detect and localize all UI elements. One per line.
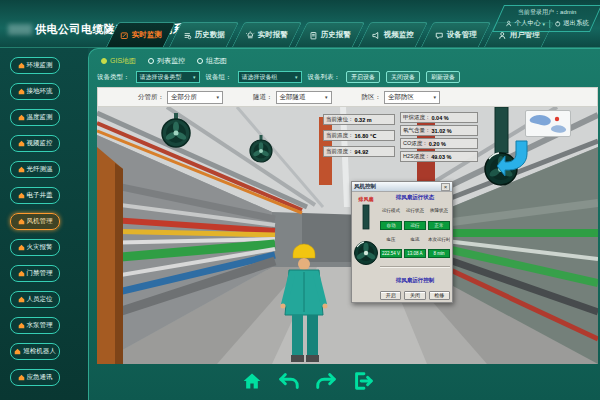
chevron-down-icon: ▾	[295, 74, 298, 80]
sidebar-item-access-control[interactable]: 门禁管理	[10, 265, 60, 282]
fan-start-button[interactable]: 开启	[380, 291, 401, 300]
home-icon	[18, 114, 25, 122]
run-mode-value: 自动	[380, 221, 402, 230]
tab-label: 实时报警	[258, 30, 288, 40]
close-device-button[interactable]: 关闭设备	[386, 71, 420, 83]
home-icon	[18, 166, 25, 174]
home-icon	[14, 348, 21, 356]
redacted-company-prefix	[8, 24, 32, 35]
branch-label: 分管所：	[138, 93, 164, 102]
chevron-down-icon: ▾	[542, 21, 545, 27]
sidebar-item-manhole-cover[interactable]: 电子井盖	[10, 187, 60, 204]
sidebar-item-ground-current[interactable]: 接地环流	[10, 83, 60, 100]
sidebar-item-pump[interactable]: 水泵管理	[10, 317, 60, 334]
sidebar-item-emergency-comm[interactable]: 应急通讯	[10, 369, 60, 386]
sensor-overlay-left: 当前液位：0.32 m 当前温度：16.80 ℃ 当前湿度：94.92	[323, 114, 395, 157]
refresh-device-button[interactable]: 刷新设备	[426, 71, 460, 83]
run-state-value: 运行	[404, 221, 426, 230]
dialog-title: 风机控制	[354, 183, 376, 190]
home-icon	[242, 371, 262, 391]
chevron-down-icon: ▾	[216, 94, 219, 100]
current-value: 13.08 A	[404, 249, 426, 258]
login-user-status: 当前登录用户：admin	[503, 8, 591, 17]
open-device-button[interactable]: 开启设备	[346, 71, 380, 83]
home-icon	[18, 192, 25, 200]
fan-stop-button[interactable]: 关闭	[404, 291, 425, 300]
scene-filter-bar: 分管所： 全部分所▾ 隧道： 全部隧道▾ 防区： 全部防区▾	[97, 87, 598, 107]
radio-scada-view[interactable]: 组态图	[197, 56, 227, 66]
runtime-value: 8 min	[428, 249, 450, 258]
sidebar-item-video[interactable]: 视频监控	[10, 135, 60, 152]
device-type-label: 设备类型：	[97, 73, 130, 82]
tab-device-manage[interactable]: 设备管理	[421, 22, 491, 47]
tab-label: 视频监控	[384, 30, 414, 40]
chevron-down-icon: ▾	[193, 74, 196, 80]
mini-map[interactable]	[525, 110, 571, 137]
device-toolbar: 设备类型： 请选择设备类型▾ 设备组： 请选择设备组▾ 设备列表： 开启设备 关…	[97, 71, 460, 83]
sidebar-item-environment[interactable]: 环境监测	[10, 57, 60, 74]
bottom-nav	[89, 368, 526, 394]
radio-icon	[148, 58, 154, 64]
home-icon	[18, 374, 25, 382]
realtime-monitor-icon	[120, 31, 129, 40]
forward-button[interactable]	[314, 368, 338, 394]
sidebar-item-fan-manage[interactable]: 风机管理	[10, 213, 60, 230]
power-icon	[554, 20, 561, 28]
branch-select[interactable]: 全部分所▾	[167, 91, 223, 104]
humidity-readout: 当前湿度：94.92	[323, 146, 395, 157]
user-panel: 当前登录用户：admin 个人中心 ▾ 退出系统	[492, 5, 600, 32]
sidebar-item-fire-alarm[interactable]: 火灾报警	[10, 239, 60, 256]
tunnel-select[interactable]: 全部隧道▾	[276, 91, 332, 104]
tab-realtime-monitor[interactable]: 实时监测	[106, 22, 176, 47]
close-icon[interactable]: ×	[441, 183, 450, 191]
view-mode-switch: GIS地图 列表监控 组态图	[101, 56, 227, 66]
fault-state-value: 正常	[428, 221, 450, 230]
device-type-select[interactable]: 请选择设备类型▾	[136, 71, 200, 83]
home-icon	[18, 270, 25, 278]
divider	[380, 266, 450, 268]
sidebar-item-fiber-temp[interactable]: 光纤测温	[10, 161, 60, 178]
video-monitor-icon	[372, 31, 381, 40]
home-icon	[18, 244, 25, 252]
sidebar-item-temperature[interactable]: 温度监测	[10, 109, 60, 126]
fan-illustration	[354, 203, 378, 285]
device-group-select[interactable]: 请选择设备组▾	[238, 71, 302, 83]
zone-label: 防区：	[362, 93, 382, 102]
chevron-down-icon: ▾	[325, 94, 328, 100]
undo-arrow-icon	[278, 370, 300, 392]
radio-list-monitor[interactable]: 列表监控	[148, 56, 185, 66]
tab-history-data[interactable]: 历史数据	[169, 22, 239, 47]
dialog-titlebar[interactable]: 风机控制 ×	[352, 182, 452, 192]
navigation-arrow[interactable]	[497, 140, 531, 182]
tab-label: 历史报警	[321, 30, 351, 40]
back-button[interactable]	[277, 368, 301, 394]
device-list-label: 设备列表：	[308, 73, 341, 82]
fan-maintain-button[interactable]: 检修	[429, 291, 450, 300]
blue-arrow-icon	[497, 140, 531, 178]
home-icon	[18, 140, 25, 148]
home-icon	[18, 322, 25, 330]
sensor-overlay-right: 甲烷浓度：0.04 % 氧气含量：31.02 % CO浓度：0.20 % H2S…	[400, 112, 478, 162]
tunnel-3d-view[interactable]: 当前液位：0.32 m 当前温度：16.80 ℃ 当前湿度：94.92 甲烷浓度…	[97, 107, 598, 364]
sidebar-item-personnel[interactable]: 人员定位	[10, 291, 60, 308]
device-label: 排风扇	[359, 196, 374, 202]
tab-realtime-alarm[interactable]: 实时报警	[232, 22, 302, 47]
home-button[interactable]	[240, 368, 264, 394]
home-icon	[18, 296, 25, 304]
divider	[549, 20, 550, 28]
device-manage-icon	[435, 31, 444, 40]
sidebar-item-robot[interactable]: 巡检机器人	[10, 343, 60, 360]
logout-link[interactable]: 退出系统	[554, 19, 589, 28]
exit-icon	[352, 370, 374, 392]
tab-video-monitor[interactable]: 视频监控	[358, 22, 428, 47]
realtime-alarm-icon	[246, 31, 255, 40]
radio-gis-map[interactable]: GIS地图	[101, 56, 136, 66]
personal-center-link[interactable]: 个人中心 ▾	[505, 19, 545, 28]
zone-select[interactable]: 全部防区▾	[384, 91, 440, 104]
temperature-readout: 当前温度：16.80 ℃	[323, 130, 395, 141]
tab-history-alarm[interactable]: 历史报警	[295, 22, 365, 47]
radio-icon	[197, 58, 203, 64]
home-icon	[18, 88, 25, 96]
radio-selected-icon	[101, 58, 107, 64]
exit-button[interactable]	[351, 368, 375, 394]
